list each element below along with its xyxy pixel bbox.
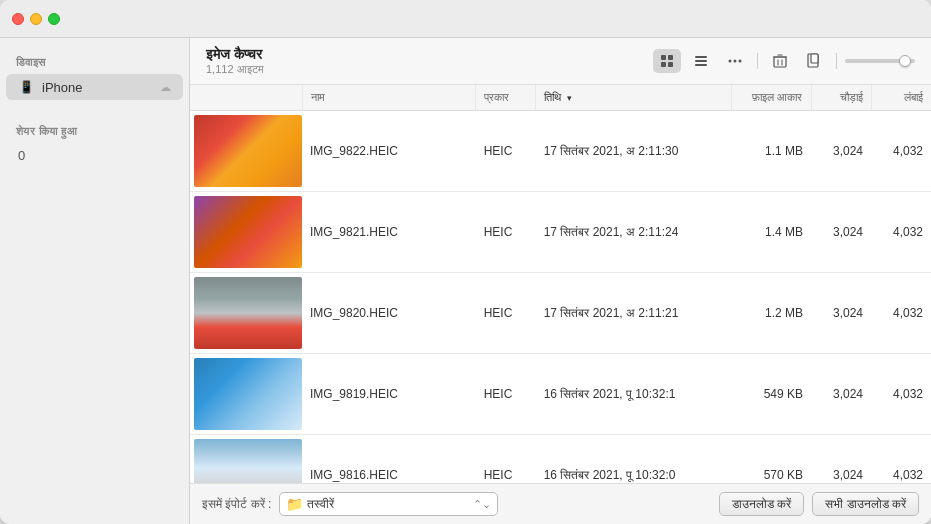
download-button[interactable]: डाउनलोड करें [719, 492, 804, 516]
table-row[interactable]: IMG_9822.HEICHEIC17 सितंबर 2021, अ 2:11:… [190, 111, 931, 192]
iphone-icon: 📱 [18, 79, 34, 95]
more-button[interactable] [721, 49, 749, 73]
svg-rect-6 [695, 64, 707, 66]
shared-count: 0 [18, 148, 171, 163]
table-container[interactable]: नाम प्रकार तिथि ▾ फ़ाइल आकार चौड़ाई लंबा… [190, 85, 931, 483]
size-slider-container [845, 59, 915, 63]
col-date[interactable]: तिथि ▾ [536, 85, 731, 111]
toolbar [653, 49, 915, 73]
main-content: इमेज कैप्चर 1,112 आइटम [190, 0, 931, 524]
col-name[interactable]: नाम [302, 85, 476, 111]
table-row[interactable]: IMG_9820.HEICHEIC17 सितंबर 2021, अ 2:11:… [190, 273, 931, 354]
table-row[interactable]: IMG_9816.HEICHEIC16 सितंबर 2021, पू 10:3… [190, 435, 931, 484]
file-size: 1.1 MB [731, 111, 811, 192]
file-name: IMG_9820.HEIC [302, 273, 476, 354]
import-single-button[interactable] [800, 49, 828, 73]
thumbnail-cell [190, 192, 302, 273]
files-table: नाम प्रकार तिथि ▾ फ़ाइल आकार चौड़ाई लंबा… [190, 85, 931, 483]
file-name: IMG_9816.HEIC [302, 435, 476, 484]
file-type: HEIC [476, 435, 536, 484]
svg-rect-10 [774, 57, 786, 67]
sidebar-shared-item: 0 [6, 143, 183, 168]
file-date: 16 सितंबर 2021, पू 10:32:1 [536, 354, 731, 435]
thumbnail-cell [190, 273, 302, 354]
file-name: IMG_9822.HEIC [302, 111, 476, 192]
size-slider[interactable] [845, 59, 915, 63]
file-height: 4,032 [871, 192, 931, 273]
svg-rect-4 [695, 56, 707, 58]
thumbnail-cell [190, 354, 302, 435]
shared-section: शेयर किया हुआ 0 [0, 117, 189, 169]
thumbnail-image-4 [194, 358, 302, 430]
svg-rect-3 [668, 62, 673, 67]
file-width: 3,024 [811, 435, 871, 484]
titlebar [0, 0, 931, 38]
trash-icon [773, 53, 787, 69]
file-size: 570 KB [731, 435, 811, 484]
thumbnail-image-2 [194, 196, 302, 268]
file-height: 4,032 [871, 111, 931, 192]
close-button[interactable] [12, 13, 24, 25]
table-row[interactable]: IMG_9819.HEICHEIC16 सितंबर 2021, पू 10:3… [190, 354, 931, 435]
svg-rect-16 [811, 54, 818, 63]
table-row[interactable]: IMG_9821.HEICHEIC17 सितंबर 2021, अ 2:11:… [190, 192, 931, 273]
col-thumb [190, 85, 302, 111]
devices-section-label: डिवाइस [0, 48, 189, 73]
col-width[interactable]: चौड़ाई [811, 85, 871, 111]
file-date: 17 सितंबर 2021, अ 2:11:30 [536, 111, 731, 192]
file-height: 4,032 [871, 354, 931, 435]
file-height: 4,032 [871, 273, 931, 354]
import-folder-label: तस्वीरें [307, 497, 469, 511]
delete-button[interactable] [766, 49, 794, 73]
cloud-icon: ☁ [160, 81, 171, 94]
file-width: 3,024 [811, 192, 871, 273]
import-folder-dropdown[interactable]: 📁 तस्वीरें ⌃⌄ [279, 492, 498, 516]
import-icon [807, 53, 821, 69]
thumbnail-cell [190, 435, 302, 484]
import-label: इसमें इंपोर्ट करें : [202, 497, 271, 511]
file-width: 3,024 [811, 111, 871, 192]
maximize-button[interactable] [48, 13, 60, 25]
sidebar-item-iphone[interactable]: 📱 iPhone ☁ [6, 74, 183, 100]
toolbar-separator [757, 53, 758, 69]
file-date: 17 सितंबर 2021, अ 2:11:24 [536, 192, 731, 273]
col-height[interactable]: लंबाई [871, 85, 931, 111]
file-name: IMG_9821.HEIC [302, 192, 476, 273]
file-name: IMG_9819.HEIC [302, 354, 476, 435]
sidebar: डिवाइस 📱 iPhone ☁ शेयर किया हुआ 0 [0, 0, 190, 524]
thumbnail-cell [190, 111, 302, 192]
svg-rect-5 [695, 60, 707, 62]
list-icon [694, 54, 708, 68]
file-type: HEIC [476, 354, 536, 435]
download-all-button[interactable]: सभी डाउनलोड करें [812, 492, 919, 516]
col-type[interactable]: प्रकार [476, 85, 536, 111]
file-type: HEIC [476, 273, 536, 354]
svg-point-7 [729, 60, 732, 63]
size-slider-thumb [899, 55, 911, 67]
toolbar-separator-2 [836, 53, 837, 69]
grid-view-button[interactable] [653, 49, 681, 73]
svg-point-9 [739, 60, 742, 63]
svg-rect-2 [661, 62, 666, 67]
app-title-text: इमेज कैप्चर [206, 46, 645, 63]
file-type: HEIC [476, 111, 536, 192]
more-icon [728, 54, 742, 68]
file-height: 4,032 [871, 435, 931, 484]
content-header: इमेज कैप्चर 1,112 आइटम [190, 38, 931, 85]
file-size: 1.4 MB [731, 192, 811, 273]
file-date: 17 सितंबर 2021, अ 2:11:21 [536, 273, 731, 354]
thumbnail-image-1 [194, 115, 302, 187]
minimize-button[interactable] [30, 13, 42, 25]
file-width: 3,024 [811, 354, 871, 435]
file-width: 3,024 [811, 273, 871, 354]
file-date: 16 सितंबर 2021, पू 10:32:0 [536, 435, 731, 484]
shared-section-label: शेयर किया हुआ [0, 117, 189, 142]
thumbnail-image-5 [194, 439, 302, 483]
list-view-button[interactable] [687, 49, 715, 73]
col-size[interactable]: फ़ाइल आकार [731, 85, 811, 111]
app-title: इमेज कैप्चर 1,112 आइटम [206, 46, 645, 76]
app-subtitle: 1,112 आइटम [206, 63, 645, 76]
svg-rect-1 [668, 55, 673, 60]
file-type: HEIC [476, 192, 536, 273]
traffic-lights [12, 13, 60, 25]
